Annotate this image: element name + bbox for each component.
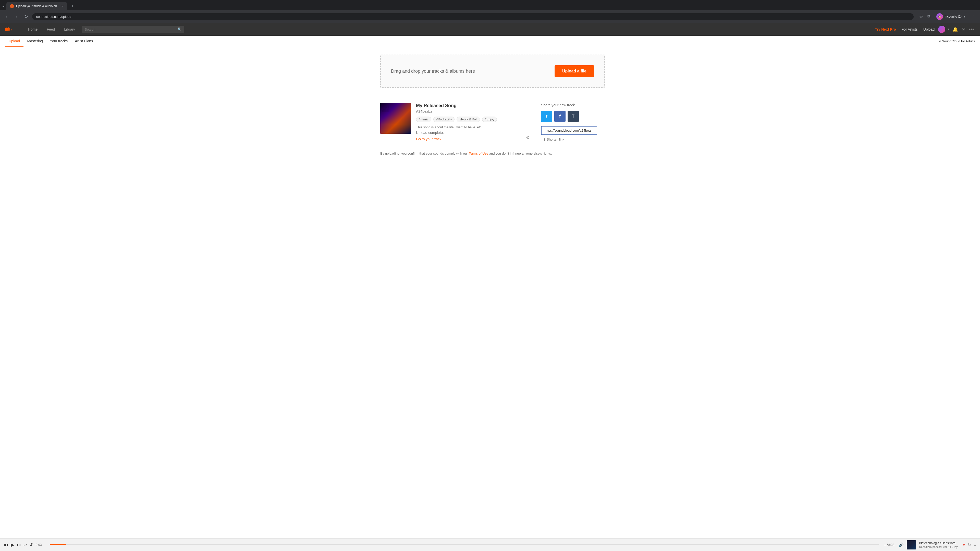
search-input[interactable] (85, 27, 177, 32)
tag-enjoy: #Enjoy (482, 117, 497, 122)
svg-text:●: ● (11, 28, 12, 31)
message-icon[interactable]: ✉ (961, 27, 966, 32)
refresh-button[interactable]: ↻ (22, 13, 30, 20)
incognito-label: Incognito (2) (945, 15, 962, 18)
bookmark-icon[interactable]: ☆ (918, 13, 924, 20)
repost-button[interactable]: ↻ (968, 542, 971, 547)
share-url-input[interactable] (541, 126, 597, 135)
volume-icon[interactable]: 🔊 (899, 542, 904, 547)
repeat-button[interactable]: ↺ (29, 542, 33, 547)
tumblr-icon: T (572, 114, 574, 119)
track-artist: A24beaba (416, 110, 520, 114)
top-navigation: ● Home Feed Library 🔍 Try Next Pro For A… (0, 23, 980, 36)
try-next-pro-button[interactable]: Try Next Pro (873, 27, 898, 32)
avatar-chevron[interactable]: ▼ (947, 27, 950, 31)
player-track-info: Biotechnologia / Densiflora Densiflora p… (919, 541, 958, 548)
upload-file-button[interactable]: Upload a file (555, 65, 594, 77)
track-description: This song is about the life I want to ha… (416, 125, 520, 129)
toolbar-icons: ☆ ⧉ 🕵 Incognito (2) ▼ ⋮ (918, 12, 977, 21)
queue-button[interactable]: ≡ (974, 543, 976, 547)
tag-music: #music (416, 117, 431, 122)
address-text: soundcloud.com/upload (36, 15, 910, 19)
track-artwork: 🏙 (380, 103, 411, 134)
terms-of-use-link[interactable]: Terms of Use (469, 151, 488, 156)
player-controls: ⏮ ▶ ⏭ ⇌ ↺ (4, 542, 33, 548)
share-title: Share your new track (541, 103, 605, 107)
incognito-chevron: ▼ (963, 15, 966, 18)
like-button[interactable]: ♥ (963, 543, 965, 547)
twitter-share-button[interactable]: t (541, 111, 552, 122)
shorten-row: Shorten link (541, 138, 605, 141)
svg-rect-1 (6, 27, 7, 30)
subnav-upload[interactable]: Upload (5, 36, 24, 47)
tab-close-button[interactable]: × (62, 4, 64, 8)
nav-home[interactable]: Home (24, 23, 42, 36)
prev-button[interactable]: ⏮ (4, 543, 8, 547)
track-left: 🏙 My Released Song A24beaba #music #Rock… (380, 103, 531, 141)
social-buttons: t f T (541, 111, 605, 122)
sc-artists-link[interactable]: ↗ SoundCloud for Artists (939, 39, 975, 43)
split-screen-icon[interactable]: ⧉ (926, 13, 931, 20)
shuffle-button[interactable]: ⇌ (24, 542, 27, 547)
shorten-link-checkbox[interactable] (541, 138, 545, 141)
for-artists-link[interactable]: For Artists (900, 27, 920, 32)
go-to-track-link[interactable]: Go to your track (416, 137, 442, 141)
nav-library[interactable]: Library (59, 23, 80, 36)
svg-rect-2 (7, 28, 8, 30)
notification-icon[interactable]: 🔔 (951, 27, 959, 32)
player-time-total: 1:58:33 (884, 543, 896, 547)
share-section: Share your new track t f T Shorten link (541, 103, 605, 141)
subnav-your-tracks[interactable]: Your tracks (46, 36, 72, 47)
topnav-right: Try Next Pro For Artists Upload ▼ 🔔 ✉ ••… (873, 26, 975, 33)
search-icon[interactable]: 🔍 (177, 27, 182, 32)
incognito-badge[interactable]: 🕵 Incognito (2) ▼ (934, 12, 968, 21)
back-button[interactable]: ‹ (3, 13, 10, 20)
track-settings-icon[interactable]: ⚙ (525, 134, 531, 141)
forward-button[interactable]: › (13, 13, 20, 20)
svg-rect-3 (8, 27, 9, 30)
player-artist-name: Densiflora podcast vol. 11 - Iny (919, 545, 958, 548)
search-bar[interactable]: 🔍 (82, 26, 184, 33)
tag-rock-roll: #Rock & Roll (457, 117, 480, 122)
more-options-icon[interactable]: ••• (968, 27, 975, 32)
external-icon: ↗ (939, 40, 941, 43)
player-track-name: Biotechnologia / Densiflora (919, 541, 958, 545)
subnav-artist-plans[interactable]: Artist Plans (71, 36, 97, 47)
sub-navigation: Upload Mastering Your tracks Artist Plan… (0, 36, 980, 47)
track-info: My Released Song A24beaba #music #Rockab… (416, 103, 520, 141)
upload-nav-button[interactable]: Upload (921, 27, 937, 32)
shorten-link-label: Shorten link (547, 138, 564, 141)
user-avatar[interactable] (938, 26, 945, 33)
svg-rect-0 (5, 28, 6, 31)
footer-text-2: and you don't infringe anyone else's rig… (489, 151, 552, 156)
soundcloud-logo[interactable]: ● (5, 27, 16, 32)
active-tab[interactable]: Upload your music & audio an... × (6, 2, 67, 10)
player-bar: ⏮ ▶ ⏭ ⇌ ↺ 0:03 1:58:33 🔊 Biotechnologia … (0, 538, 980, 551)
main-content: Drag and drop your tracks & albums here … (370, 47, 610, 171)
new-tab-button[interactable]: + (69, 3, 76, 10)
sc-artists-label: SoundCloud for Artists (942, 39, 975, 43)
incognito-avatar: 🕵 (936, 13, 943, 20)
upload-status: Upload complete. (416, 130, 520, 135)
browser-more-icon[interactable]: ⋮ (971, 13, 977, 20)
play-button[interactable]: ▶ (11, 542, 14, 548)
facebook-share-button[interactable]: f (554, 111, 566, 122)
tab-list-button[interactable]: ◂ (3, 4, 4, 8)
player-progress-bar[interactable] (50, 545, 879, 545)
soundcloud-logo-svg: ● (5, 27, 16, 32)
player-thumbnail (907, 540, 916, 549)
tumblr-share-button[interactable]: T (568, 111, 579, 122)
nav-feed[interactable]: Feed (42, 23, 59, 36)
tag-rockabilly: #Rockabilly (433, 117, 455, 122)
track-tags: #music #Rockabilly #Rock & Roll #Enjoy (416, 117, 520, 122)
svg-rect-4 (10, 28, 10, 31)
next-button[interactable]: ⏭ (17, 543, 21, 547)
tab-title: Upload your music & audio an... (16, 4, 59, 8)
drop-zone[interactable]: Drag and drop your tracks & albums here … (380, 55, 605, 88)
subnav-mastering[interactable]: Mastering (24, 36, 46, 47)
player-progress-fill (50, 545, 66, 545)
facebook-icon: f (559, 114, 561, 119)
address-bar[interactable]: soundcloud.com/upload (32, 13, 914, 20)
player-right-icons: ♥ ↻ ≡ (963, 542, 976, 547)
browser-toolbar: ‹ › ↻ soundcloud.com/upload ☆ ⧉ 🕵 Incogn… (0, 10, 980, 23)
